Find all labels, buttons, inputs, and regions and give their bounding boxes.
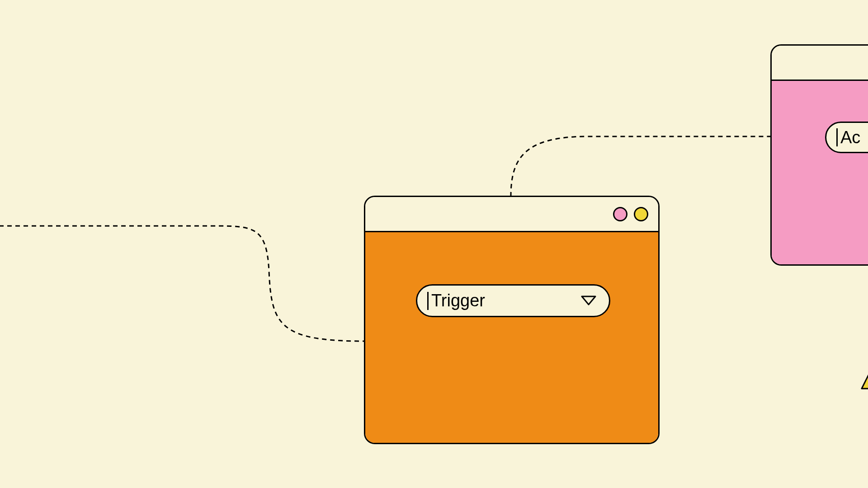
window-body: Trigger	[365, 232, 658, 443]
decorative-triangle-icon	[857, 366, 868, 395]
action-window[interactable]: Ac	[770, 44, 868, 266]
dropdown-label: Trigger	[431, 291, 581, 310]
text-cursor-icon	[427, 292, 429, 310]
svg-marker-1	[862, 371, 868, 389]
window-titlebar	[772, 46, 868, 81]
connector-right	[511, 136, 770, 197]
window-control-dot-yellow[interactable]	[634, 207, 648, 221]
connector-left	[0, 226, 364, 341]
text-cursor-icon	[836, 128, 838, 146]
window-body: Ac	[772, 81, 868, 264]
svg-marker-0	[582, 296, 595, 305]
diagram-canvas: Trigger Ac	[0, 0, 868, 488]
trigger-window[interactable]: Trigger	[364, 196, 660, 444]
dropdown-label: Ac	[840, 128, 868, 147]
window-control-dot-pink[interactable]	[613, 207, 627, 221]
chevron-down-icon	[581, 296, 596, 306]
action-dropdown[interactable]: Ac	[825, 122, 868, 153]
trigger-dropdown[interactable]: Trigger	[416, 284, 610, 317]
window-titlebar	[365, 197, 658, 232]
